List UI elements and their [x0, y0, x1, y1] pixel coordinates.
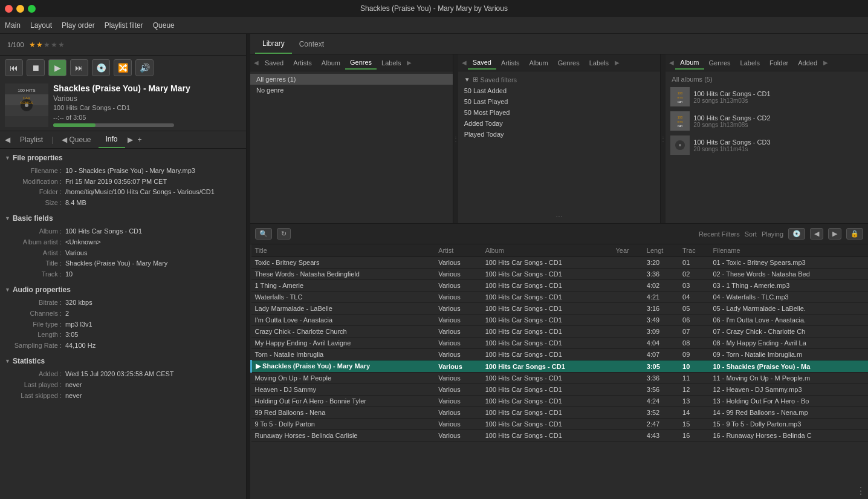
filter-50-last-played[interactable]: 50 Last Played [458, 96, 661, 107]
table-row[interactable]: 1 Thing - Amerie Various 100 Hits Car So… [251, 280, 869, 292]
pane2-tab-album[interactable]: Album [524, 57, 552, 69]
filter-added-today[interactable]: Added Today [458, 118, 661, 129]
pane1-tab-genres[interactable]: Genres [345, 56, 377, 70]
menu-layout[interactable]: Layout [30, 21, 52, 30]
col-year[interactable]: Year [612, 244, 643, 257]
pane3-tab-added[interactable]: Added [793, 57, 822, 69]
filter-50-last-added[interactable]: 50 Last Added [458, 85, 661, 96]
table-row[interactable]: Holding Out For A Hero - Bonnie Tyler Va… [251, 396, 869, 407]
pane3-tab-labels[interactable]: Labels [736, 57, 765, 69]
table-row[interactable]: Lady Marmalade - LaBelle Various 100 Hit… [251, 303, 869, 315]
menu-queue[interactable]: Queue [153, 21, 175, 30]
pane1-tab-artists[interactable]: Artists [288, 57, 317, 69]
pane2-tab-next[interactable]: ▶ [614, 59, 621, 66]
left-tab-prev[interactable]: ◀ [2, 134, 13, 145]
cd-button[interactable]: 💿 [92, 59, 110, 76]
stop-button[interactable]: ⏹ [27, 59, 45, 76]
col-length[interactable]: Lengt [643, 244, 679, 257]
browser-sep2[interactable]: ⋮ [661, 54, 666, 223]
audio-properties-header[interactable]: Audio properties [0, 283, 246, 296]
basic-fields-header[interactable]: Basic fields [0, 212, 246, 225]
pane3-tab-prev[interactable]: ◀ [668, 59, 675, 66]
file-properties-header[interactable]: File properties [0, 151, 246, 165]
pane2-tab-prev[interactable]: ◀ [461, 59, 468, 66]
tab-context[interactable]: Context [292, 35, 331, 53]
nav-next[interactable]: ▶ [828, 228, 841, 240]
sort-label[interactable]: Sort [745, 230, 757, 238]
col-track[interactable]: Trac [679, 244, 709, 257]
tab-library[interactable]: Library [255, 34, 292, 54]
left-tab-add[interactable]: + [135, 134, 144, 145]
col-title[interactable]: Title [251, 244, 435, 257]
table-row[interactable]: 9 To 5 - Dolly Parton Various 100 Hits C… [251, 419, 869, 430]
statistics-header[interactable]: Statistics [0, 354, 246, 368]
star-5[interactable]: ★ [58, 41, 65, 49]
table-row[interactable]: Heaven - DJ Sammy Various 100 Hits Car S… [251, 384, 869, 396]
lock-button[interactable]: 🔒 [846, 228, 863, 240]
progress-bar[interactable] [53, 123, 174, 127]
minimize-button[interactable] [16, 5, 24, 13]
maximize-button[interactable] [28, 5, 36, 13]
filter-played-today[interactable]: Played Today [458, 129, 661, 140]
volume-button[interactable]: 🔊 [135, 59, 154, 76]
star-1[interactable]: ★ [29, 41, 36, 49]
genre-no-genre[interactable]: No genre [250, 85, 453, 96]
close-button[interactable] [5, 5, 13, 13]
table-row[interactable]: Waterfalls - TLC Various 100 Hits Car So… [251, 292, 869, 303]
pane1-tab-saved[interactable]: Saved [260, 57, 288, 69]
pane3-tab-next[interactable]: ▶ [822, 59, 829, 66]
recent-filters-label[interactable]: Recent Filters [699, 230, 740, 238]
menu-main[interactable]: Main [5, 21, 21, 30]
table-row[interactable]: Crazy Chick - Charlotte Church Various 1… [251, 326, 869, 338]
pane2-tab-genres[interactable]: Genres [553, 57, 585, 69]
tab-queue[interactable]: ◀ Queue [54, 132, 98, 148]
prev-button[interactable]: ⏮ [5, 59, 23, 76]
album-item-cd1[interactable]: 100HITSCAR 100 Hits Car Songs - CD1 20 s… [666, 85, 868, 109]
refresh-button[interactable]: ↻ [277, 228, 291, 240]
star-rating[interactable]: ★ ★ ★ ★ ★ [29, 41, 65, 49]
nav-prev[interactable]: ◀ [810, 228, 823, 240]
filter-50-most-played[interactable]: 50 Most Played [458, 107, 661, 118]
menu-play-order[interactable]: Play order [62, 21, 95, 30]
table-row[interactable]: I'm Outta Love - Anastacia Various 100 H… [251, 315, 869, 326]
col-filename[interactable]: Filename [709, 244, 868, 257]
shuffle-button[interactable]: 🔀 [114, 59, 132, 76]
genre-all[interactable]: All genres (1) [250, 74, 453, 85]
pane1-tab-next[interactable]: ▶ [406, 59, 413, 66]
star-4[interactable]: ★ [51, 41, 57, 49]
album-item-cd2[interactable]: 100HITSCAR 100 Hits Car Songs - CD2 20 s… [666, 109, 868, 133]
col-artist[interactable]: Artist [435, 244, 482, 257]
table-row[interactable]: Runaway Horses - Belinda Carlisle Variou… [251, 430, 869, 442]
table-row[interactable]: These Words - Natasha Bedingfield Variou… [251, 269, 869, 280]
pane1-tab-album[interactable]: Album [317, 57, 345, 69]
table-row[interactable]: Torn - Natalie Imbruglia Various 100 Hit… [251, 349, 869, 360]
table-row[interactable]: Moving On Up - M People Various 100 Hits… [251, 373, 869, 384]
album-item-cd3[interactable]: 100 Hits Car Songs - CD3 20 songs 1h11m4… [666, 133, 868, 157]
pane3-tab-genres[interactable]: Genres [704, 57, 736, 69]
table-row[interactable]: 99 Red Balloons - Nena Various 100 Hits … [251, 407, 869, 419]
tab-playlist[interactable]: Playlist [13, 132, 50, 148]
playing-icon[interactable]: 💿 [788, 228, 805, 240]
browser-sep1[interactable]: ⋮ [453, 54, 458, 223]
next-button[interactable]: ⏭ [70, 59, 88, 76]
table-row[interactable]: My Happy Ending - Avril Lavigne Various … [251, 338, 869, 349]
play-button[interactable]: ▶ [48, 59, 66, 76]
left-tab-next[interactable]: ▶ [125, 134, 135, 145]
cell-filename: 01 - Toxic - Britney Spears.mp3 [709, 257, 868, 269]
col-album[interactable]: Album [482, 244, 612, 257]
pane3-tab-folder[interactable]: Folder [765, 57, 793, 69]
star-3[interactable]: ★ [44, 41, 50, 49]
tab-info[interactable]: Info [99, 131, 125, 148]
pane1-tab-prev[interactable]: ◀ [253, 59, 260, 66]
pane3-tab-album[interactable]: Album [675, 56, 704, 70]
playing-label[interactable]: Playing [762, 230, 783, 238]
pane2-tab-artists[interactable]: Artists [496, 57, 525, 69]
star-2[interactable]: ★ [36, 41, 43, 49]
table-row[interactable]: Toxic - Britney Spears Various 100 Hits … [251, 257, 869, 269]
search-button[interactable]: 🔍 [255, 228, 272, 240]
table-row[interactable]: ▶ Shackles (Praise You) - Mary Mary Vari… [251, 360, 869, 373]
menu-playlist-filter[interactable]: Playlist filter [105, 21, 143, 30]
pane2-tab-labels[interactable]: Labels [585, 57, 614, 69]
pane1-tab-labels[interactable]: Labels [377, 57, 406, 69]
pane2-tab-saved[interactable]: Saved [468, 56, 496, 70]
